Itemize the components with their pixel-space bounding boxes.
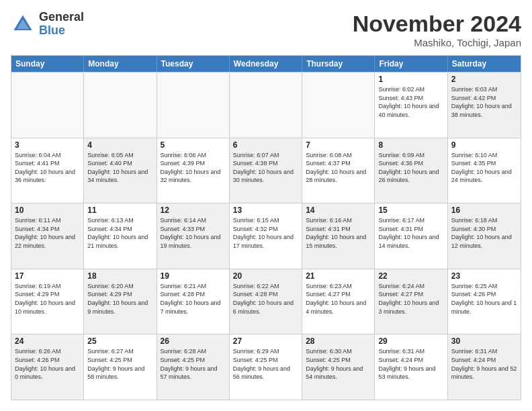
location: Mashiko, Tochigi, Japan — [353, 37, 521, 48]
day-info: Sunrise: 6:13 AM Sunset: 4:34 PM Dayligh… — [87, 216, 152, 250]
day-number: 2 — [451, 75, 517, 84]
day-cell-25: 25Sunrise: 6:27 AM Sunset: 4:25 PM Dayli… — [84, 334, 157, 400]
day-number: 7 — [306, 140, 371, 150]
day-cell-20: 20Sunrise: 6:22 AM Sunset: 4:28 PM Dayli… — [230, 269, 302, 334]
day-info: Sunrise: 6:06 AM Sunset: 4:39 PM Dayligh… — [161, 151, 226, 185]
day-number: 8 — [378, 140, 443, 150]
day-cell-3: 3Sunrise: 6:04 AM Sunset: 4:41 PM Daylig… — [11, 138, 84, 203]
day-info: Sunrise: 6:15 AM Sunset: 4:32 PM Dayligh… — [233, 216, 298, 250]
day-cell-8: 8Sunrise: 6:09 AM Sunset: 4:36 PM Daylig… — [375, 138, 447, 203]
empty-cell-0-4 — [302, 73, 375, 138]
day-number: 21 — [306, 271, 371, 281]
calendar-row-3: 17Sunrise: 6:19 AM Sunset: 4:29 PM Dayli… — [11, 269, 521, 334]
logo-text: General Blue — [39, 11, 84, 38]
logo: General Blue — [11, 11, 84, 38]
header-day-tuesday: Tuesday — [157, 56, 230, 72]
day-info: Sunrise: 6:08 AM Sunset: 4:37 PM Dayligh… — [306, 151, 371, 185]
logo-general-label: General — [39, 11, 84, 24]
day-number: 15 — [378, 205, 443, 215]
header-day-sunday: Sunday — [11, 56, 84, 72]
day-info: Sunrise: 6:03 AM Sunset: 4:42 PM Dayligh… — [451, 85, 517, 119]
day-info: Sunrise: 6:22 AM Sunset: 4:28 PM Dayligh… — [233, 282, 298, 316]
header-day-friday: Friday — [375, 56, 447, 72]
day-info: Sunrise: 6:30 AM Sunset: 4:25 PM Dayligh… — [306, 347, 371, 381]
day-cell-12: 12Sunrise: 6:14 AM Sunset: 4:33 PM Dayli… — [157, 203, 230, 269]
day-info: Sunrise: 6:25 AM Sunset: 4:26 PM Dayligh… — [451, 282, 517, 316]
day-info: Sunrise: 6:09 AM Sunset: 4:36 PM Dayligh… — [378, 151, 443, 185]
day-info: Sunrise: 6:23 AM Sunset: 4:27 PM Dayligh… — [306, 282, 371, 316]
day-number: 28 — [306, 336, 371, 346]
logo-icon — [11, 12, 35, 36]
day-cell-9: 9Sunrise: 6:10 AM Sunset: 4:35 PM Daylig… — [448, 138, 521, 203]
day-info: Sunrise: 6:02 AM Sunset: 4:43 PM Dayligh… — [378, 85, 443, 119]
day-cell-6: 6Sunrise: 6:07 AM Sunset: 4:38 PM Daylig… — [230, 138, 302, 203]
day-number: 20 — [233, 271, 298, 281]
day-number: 17 — [15, 271, 80, 281]
day-info: Sunrise: 6:11 AM Sunset: 4:34 PM Dayligh… — [15, 216, 80, 250]
header-day-wednesday: Wednesday — [230, 56, 302, 72]
empty-cell-0-3 — [230, 73, 302, 138]
header-day-monday: Monday — [84, 56, 157, 72]
day-info: Sunrise: 6:16 AM Sunset: 4:31 PM Dayligh… — [306, 216, 371, 250]
day-cell-29: 29Sunrise: 6:31 AM Sunset: 4:24 PM Dayli… — [375, 334, 447, 400]
day-number: 5 — [161, 140, 226, 150]
calendar-row-0: 1Sunrise: 6:02 AM Sunset: 4:43 PM Daylig… — [11, 72, 521, 138]
day-cell-23: 23Sunrise: 6:25 AM Sunset: 4:26 PM Dayli… — [448, 269, 521, 334]
day-number: 12 — [161, 205, 226, 215]
day-number: 11 — [87, 205, 152, 215]
header-day-saturday: Saturday — [448, 56, 521, 72]
day-number: 23 — [451, 271, 517, 281]
day-number: 30 — [451, 336, 517, 346]
empty-cell-0-0 — [11, 73, 84, 138]
day-cell-10: 10Sunrise: 6:11 AM Sunset: 4:34 PM Dayli… — [11, 203, 84, 269]
day-info: Sunrise: 6:31 AM Sunset: 4:24 PM Dayligh… — [378, 347, 443, 381]
day-number: 3 — [15, 140, 80, 150]
day-cell-2: 2Sunrise: 6:03 AM Sunset: 4:42 PM Daylig… — [448, 73, 521, 138]
month-title: November 2024 — [353, 11, 521, 37]
day-cell-15: 15Sunrise: 6:17 AM Sunset: 4:31 PM Dayli… — [375, 203, 447, 269]
day-cell-19: 19Sunrise: 6:21 AM Sunset: 4:28 PM Dayli… — [157, 269, 230, 334]
title-block: November 2024 Mashiko, Tochigi, Japan — [353, 11, 521, 48]
day-number: 16 — [451, 205, 517, 215]
day-number: 1 — [378, 75, 443, 84]
day-cell-14: 14Sunrise: 6:16 AM Sunset: 4:31 PM Dayli… — [302, 203, 375, 269]
day-cell-27: 27Sunrise: 6:29 AM Sunset: 4:25 PM Dayli… — [230, 334, 302, 400]
empty-cell-0-1 — [84, 73, 157, 138]
calendar: SundayMondayTuesdayWednesdayThursdayFrid… — [11, 55, 521, 400]
day-info: Sunrise: 6:27 AM Sunset: 4:25 PM Dayligh… — [87, 347, 152, 381]
day-info: Sunrise: 6:29 AM Sunset: 4:25 PM Dayligh… — [233, 347, 298, 381]
day-number: 19 — [161, 271, 226, 281]
day-number: 4 — [87, 140, 152, 150]
day-cell-5: 5Sunrise: 6:06 AM Sunset: 4:39 PM Daylig… — [157, 138, 230, 203]
day-cell-28: 28Sunrise: 6:30 AM Sunset: 4:25 PM Dayli… — [302, 334, 375, 400]
day-number: 27 — [233, 336, 298, 346]
day-info: Sunrise: 6:04 AM Sunset: 4:41 PM Dayligh… — [15, 151, 80, 185]
calendar-row-1: 3Sunrise: 6:04 AM Sunset: 4:41 PM Daylig… — [11, 138, 521, 203]
day-info: Sunrise: 6:31 AM Sunset: 4:24 PM Dayligh… — [451, 347, 517, 381]
day-cell-13: 13Sunrise: 6:15 AM Sunset: 4:32 PM Dayli… — [230, 203, 302, 269]
day-info: Sunrise: 6:24 AM Sunset: 4:27 PM Dayligh… — [378, 282, 443, 316]
day-info: Sunrise: 6:28 AM Sunset: 4:25 PM Dayligh… — [161, 347, 226, 381]
day-info: Sunrise: 6:18 AM Sunset: 4:30 PM Dayligh… — [451, 216, 517, 250]
day-info: Sunrise: 6:05 AM Sunset: 4:40 PM Dayligh… — [87, 151, 152, 185]
page: General Blue November 2024 Mashiko, Toch… — [0, 0, 532, 411]
day-cell-24: 24Sunrise: 6:26 AM Sunset: 4:26 PM Dayli… — [11, 334, 84, 400]
header-day-thursday: Thursday — [302, 56, 375, 72]
calendar-row-2: 10Sunrise: 6:11 AM Sunset: 4:34 PM Dayli… — [11, 203, 521, 269]
day-cell-30: 30Sunrise: 6:31 AM Sunset: 4:24 PM Dayli… — [448, 334, 521, 400]
header: General Blue November 2024 Mashiko, Toch… — [11, 11, 521, 48]
calendar-row-4: 24Sunrise: 6:26 AM Sunset: 4:26 PM Dayli… — [11, 334, 521, 400]
day-cell-11: 11Sunrise: 6:13 AM Sunset: 4:34 PM Dayli… — [84, 203, 157, 269]
day-cell-7: 7Sunrise: 6:08 AM Sunset: 4:37 PM Daylig… — [302, 138, 375, 203]
day-cell-1: 1Sunrise: 6:02 AM Sunset: 4:43 PM Daylig… — [375, 73, 447, 138]
day-number: 29 — [378, 336, 443, 346]
day-number: 24 — [15, 336, 80, 346]
day-cell-18: 18Sunrise: 6:20 AM Sunset: 4:29 PM Dayli… — [84, 269, 157, 334]
day-info: Sunrise: 6:26 AM Sunset: 4:26 PM Dayligh… — [15, 347, 80, 381]
day-info: Sunrise: 6:10 AM Sunset: 4:35 PM Dayligh… — [451, 151, 517, 185]
day-info: Sunrise: 6:07 AM Sunset: 4:38 PM Dayligh… — [233, 151, 298, 185]
day-cell-21: 21Sunrise: 6:23 AM Sunset: 4:27 PM Dayli… — [302, 269, 375, 334]
day-number: 26 — [161, 336, 226, 346]
day-cell-17: 17Sunrise: 6:19 AM Sunset: 4:29 PM Dayli… — [11, 269, 84, 334]
day-number: 18 — [87, 271, 152, 281]
